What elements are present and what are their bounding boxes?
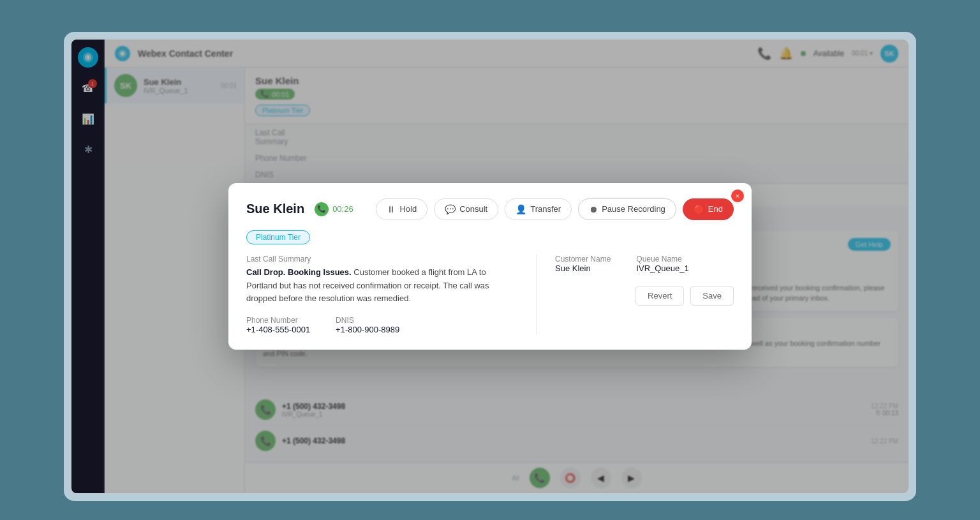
modal-call-status: 📞 00:26 bbox=[315, 202, 353, 216]
end-label: End bbox=[708, 204, 723, 214]
consult-icon: 💬 bbox=[445, 204, 456, 214]
summary-bold: Call Drop. Booking Issues. bbox=[246, 267, 352, 277]
dnis-field: DNIS +1-800-900-8989 bbox=[336, 316, 399, 334]
dnis-value-modal: +1-800-900-8989 bbox=[336, 325, 399, 334]
pause-recording-icon: ⏺ bbox=[589, 204, 598, 214]
queue-name-label: Queue Name bbox=[636, 255, 688, 264]
modal-left-section: Last Call Summary Call Drop. Booking Iss… bbox=[246, 255, 519, 334]
transfer-button[interactable]: 👤 Transfer bbox=[505, 198, 572, 220]
dnis-label-modal: DNIS bbox=[336, 316, 399, 325]
modal-title: Sue Klein bbox=[246, 202, 304, 216]
modal-close-button[interactable]: × bbox=[731, 189, 744, 202]
queue-name-value: IVR_Queue_1 bbox=[636, 264, 688, 273]
modal-overlay: × Sue Klein 📞 00:26 ⏸ Hold bbox=[71, 40, 909, 493]
customer-name-value: Sue Klein bbox=[555, 264, 611, 273]
modal-actions: ⏸ Hold 💬 Consult 👤 Transfer ⏺ bbox=[376, 198, 734, 220]
end-icon: 🔴 bbox=[694, 204, 704, 214]
call-active-icon: 📞 bbox=[315, 202, 329, 216]
last-call-summary-section: Last Call Summary Call Drop. Booking Iss… bbox=[246, 255, 519, 306]
revert-button[interactable]: Revert bbox=[635, 286, 684, 306]
modal-footer: Revert Save bbox=[555, 286, 734, 306]
modal-tier-badge: Platinum Tier bbox=[246, 230, 310, 244]
modal-divider bbox=[537, 255, 537, 334]
save-label: Save bbox=[702, 291, 722, 301]
transfer-icon: 👤 bbox=[516, 204, 526, 214]
summary-text: Call Drop. Booking Issues. Customer book… bbox=[246, 266, 519, 306]
phone-number-value-modal: +1-408-555-0001 bbox=[246, 325, 310, 334]
hold-label: Hold bbox=[399, 204, 417, 214]
save-button[interactable]: Save bbox=[690, 286, 734, 306]
customer-name-label: Customer Name bbox=[555, 255, 611, 264]
info-fields-right: Customer Name Sue Klein Queue Name IVR_Q… bbox=[555, 255, 734, 273]
info-fields-left: Phone Number +1-408-555-0001 DNIS +1-800… bbox=[246, 316, 519, 334]
pause-recording-label: Pause Recording bbox=[602, 204, 665, 214]
queue-name-field: Queue Name IVR_Queue_1 bbox=[636, 255, 688, 273]
call-modal: × Sue Klein 📞 00:26 ⏸ Hold bbox=[228, 183, 752, 350]
hold-icon: ⏸ bbox=[387, 204, 396, 214]
close-icon: × bbox=[736, 192, 739, 200]
last-call-summary-label: Last Call Summary bbox=[246, 255, 519, 264]
transfer-label: Transfer bbox=[530, 204, 561, 214]
consult-label: Consult bbox=[459, 204, 487, 214]
modal-header: Sue Klein 📞 00:26 ⏸ Hold 💬 bbox=[246, 198, 734, 220]
revert-label: Revert bbox=[648, 291, 672, 301]
consult-button[interactable]: 💬 Consult bbox=[434, 198, 498, 220]
phone-number-label-modal: Phone Number bbox=[246, 316, 310, 325]
end-button[interactable]: 🔴 End bbox=[683, 198, 734, 220]
pause-recording-button[interactable]: ⏺ Pause Recording bbox=[578, 198, 676, 220]
modal-body: Last Call Summary Call Drop. Booking Iss… bbox=[246, 255, 734, 334]
call-timer-modal: 00:26 bbox=[332, 204, 353, 214]
hold-button[interactable]: ⏸ Hold bbox=[376, 198, 427, 220]
customer-name-field: Customer Name Sue Klein bbox=[555, 255, 611, 273]
phone-field: Phone Number +1-408-555-0001 bbox=[246, 316, 310, 334]
modal-right-section: Customer Name Sue Klein Queue Name IVR_Q… bbox=[555, 255, 734, 334]
